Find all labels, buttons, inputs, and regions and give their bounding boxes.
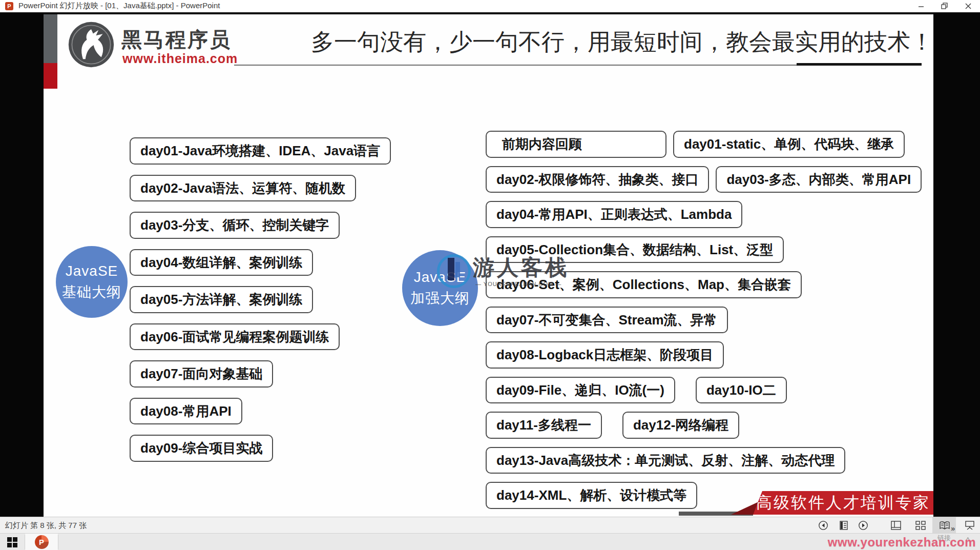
- menu-icon: [839, 520, 848, 531]
- windows-logo-icon: [7, 537, 17, 547]
- tagline-underline-dark-segment: [797, 63, 922, 66]
- circle-label: 基础大纲: [62, 282, 121, 303]
- outline-box: 前期内容回顾: [486, 131, 666, 158]
- reading-view-icon: [939, 521, 950, 530]
- slide-sorter-icon: [915, 521, 926, 530]
- normal-view-button[interactable]: [890, 520, 902, 531]
- previous-slide-button[interactable]: [818, 520, 829, 531]
- slide-accent-red-block: [44, 63, 57, 89]
- circle-label: JavaSE: [66, 261, 118, 282]
- brand-name: 黑马程序员: [121, 26, 232, 54]
- title-bar: P PowerPoint 幻灯片放映 - [01、Java基础.pptx] - …: [0, 0, 980, 12]
- previous-slide-icon: [818, 520, 828, 531]
- taskbar-separator: [58, 535, 58, 549]
- restore-icon: [941, 3, 948, 10]
- slideshow-menu-button[interactable]: [838, 520, 849, 531]
- slideshow-view-icon: [965, 520, 975, 531]
- outline-box: day12-网络编程: [622, 412, 739, 439]
- minimize-icon: [918, 3, 924, 9]
- watermark-subtext: — YOURENKEZHAN.COM —: [475, 281, 561, 287]
- outline-box: day11-多线程一: [486, 412, 602, 439]
- status-bar: 幻灯片 第 8 张, 共 77 张: [0, 517, 980, 534]
- outline-box: day03-多态、内部类、常用API: [716, 166, 922, 193]
- outline-box: day14-XML、解析、设计模式等: [486, 482, 697, 509]
- outline-box: day01-static、单例、代码块、继承: [673, 131, 905, 158]
- outline-box: day05-方法详解、案例训练: [130, 286, 313, 313]
- watermark-name: 游人客栈: [473, 253, 569, 282]
- normal-view-icon: [891, 521, 901, 530]
- expert-banner: 高级软件人才培训专家: [753, 491, 933, 515]
- close-button[interactable]: [956, 0, 980, 12]
- powerpoint-icon: P: [35, 535, 49, 549]
- powerpoint-icon: P: [5, 2, 13, 10]
- outline-box: day07-面向对象基础: [130, 360, 273, 388]
- left-outline-circle: JavaSE 基础大纲: [56, 246, 128, 318]
- watermark-logo-icon: [437, 254, 471, 288]
- brand-url: www.itheima.com: [122, 51, 238, 66]
- status-overflow-chevron[interactable]: »: [951, 524, 955, 533]
- outline-box: day13-Java高级技术：单元测试、反射、注解、动态代理: [486, 447, 845, 474]
- slide[interactable]: 黑马程序员 www.itheima.com 多一句没有，少一句不行，用最短时间，…: [44, 14, 933, 517]
- outline-box: day02-Java语法、运算符、随机数: [130, 175, 356, 202]
- reading-view-button[interactable]: [939, 520, 950, 531]
- outline-box: day01-Java环境搭建、IDEA、Java语言: [130, 137, 391, 165]
- outline-box: day04-常用API、正则表达式、Lambda: [486, 201, 742, 228]
- outline-box: day02-权限修饰符、抽象类、接口: [486, 166, 709, 193]
- outline-box: day09-File、递归、IO流(一): [486, 377, 675, 404]
- taskbar: P 链接 ^ www.yourenkezhan.com: [0, 533, 980, 550]
- taskbar-powerpoint-button[interactable]: P: [25, 534, 58, 550]
- outline-box: day04-数组详解、案例训练: [130, 249, 313, 276]
- outline-box: day08-常用API: [130, 398, 242, 425]
- banner-text: 高级软件人才培训专家: [756, 492, 930, 514]
- minimize-button[interactable]: [909, 0, 933, 12]
- restore-button[interactable]: [933, 0, 956, 12]
- slide-sorter-button[interactable]: [915, 520, 926, 531]
- taskbar-url-watermark: www.yourenkezhan.com: [828, 535, 976, 549]
- slide-position-text: 幻灯片 第 8 张, 共 77 张: [5, 521, 87, 531]
- circle-label: 加强大纲: [410, 288, 470, 309]
- outline-box: day06-面试常见编程案例题训练: [130, 323, 340, 351]
- slide-accent-gray-bar: [44, 14, 57, 63]
- next-slide-icon: [858, 520, 868, 531]
- outline-box: day09-综合项目实战: [130, 435, 273, 462]
- close-icon: [965, 3, 971, 9]
- right-outline-list: 前期内容回顾 day01-static、单例、代码块、继承 day02-权限修饰…: [486, 131, 922, 509]
- tagline: 多一句没有，少一句不行，用最短时间，教会最实用的技术！: [311, 27, 933, 57]
- start-button[interactable]: [0, 534, 25, 550]
- outline-box: day08-Logback日志框架、阶段项目: [486, 341, 724, 369]
- outline-box: day10-IO二: [696, 377, 787, 404]
- next-slide-button[interactable]: [858, 520, 869, 531]
- left-outline-list: day01-Java环境搭建、IDEA、Java语言 day02-Java语法、…: [130, 137, 391, 462]
- powerpoint-window: P PowerPoint 幻灯片放映 - [01、Java基础.pptx] - …: [0, 0, 980, 550]
- outline-box: day07-不可变集合、Stream流、异常: [486, 307, 728, 334]
- slideshow-view-button[interactable]: [964, 520, 975, 531]
- itheima-horse-logo-icon: [67, 21, 115, 69]
- window-title: PowerPoint 幻灯片放映 - [01、Java基础.pptx] - Po…: [18, 1, 220, 11]
- outline-box: day03-分支、循环、控制关键字: [130, 212, 340, 239]
- slideshow-area: 黑马程序员 www.itheima.com 多一句没有，少一句不行，用最短时间，…: [0, 12, 980, 517]
